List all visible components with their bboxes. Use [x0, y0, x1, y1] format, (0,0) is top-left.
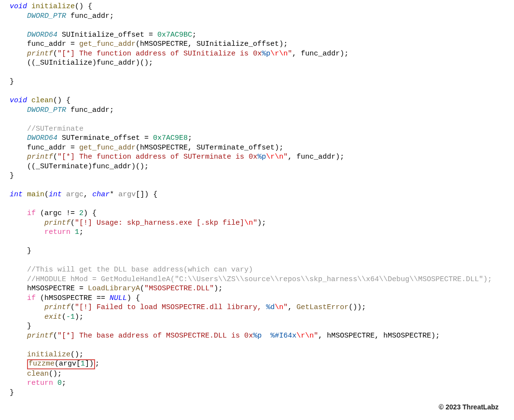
code-content: void initialize() { DWORD_PTR func_addr;…	[10, 2, 504, 397]
keyword-void: void	[10, 2, 27, 11]
fn-name: initialize	[31, 2, 75, 11]
fuzzme-highlight: fuzzme(argv[1])	[27, 359, 95, 369]
copyright-notice: © 2023 ThreatLabz	[439, 403, 499, 411]
code-block: void initialize() { DWORD_PTR func_addr;…	[0, 0, 514, 399]
